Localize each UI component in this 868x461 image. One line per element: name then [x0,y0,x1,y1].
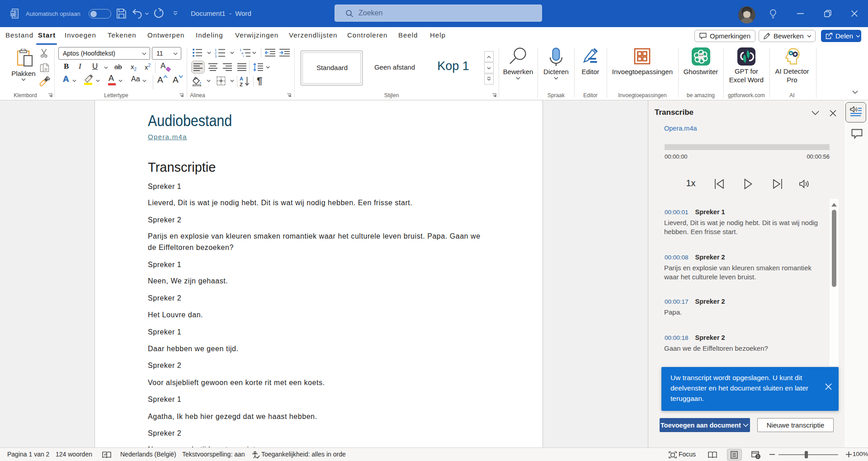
svg-text:Z: Z [240,82,243,87]
svg-text:W: W [11,12,15,16]
svg-text:i: i [243,54,244,57]
svg-text:3: 3 [215,54,217,57]
svg-text:A: A [240,76,243,81]
